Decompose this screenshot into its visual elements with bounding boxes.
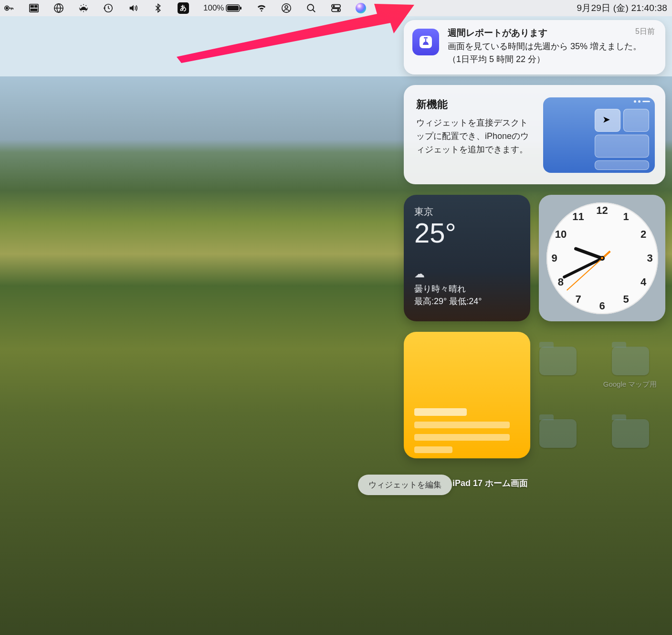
- svg-rect-5: [31, 9, 38, 11]
- bluetooth-icon[interactable]: [153, 3, 163, 13]
- timemachine-icon[interactable]: [103, 3, 114, 13]
- notification-timestamp: 5日前: [635, 27, 655, 37]
- clock-numeral: 5: [623, 293, 629, 306]
- svg-rect-4: [34, 5, 37, 8]
- svg-rect-11: [240, 7, 242, 10]
- volume-icon[interactable]: [128, 3, 138, 13]
- svg-point-13: [285, 6, 288, 9]
- svg-point-1: [6, 7, 8, 9]
- note-line: [414, 422, 510, 428]
- weather-city: 東京: [414, 205, 520, 218]
- ipad-home-label: iPad 17 ホーム画面: [452, 477, 528, 489]
- notification-body: 画面を見ている時間は先週から 35% 増えました。（1日平均 5 時間 22 分…: [448, 40, 655, 66]
- clock-numeral: 10: [555, 228, 567, 241]
- svg-point-14: [308, 4, 314, 11]
- clock-numeral: 3: [647, 252, 652, 265]
- desktop-folder[interactable]: [539, 347, 577, 375]
- clock-numeral: 8: [558, 276, 564, 288]
- desktop-folder-label: Google マップ用: [597, 380, 663, 389]
- screentime-icon: [412, 29, 439, 55]
- weather-temp: 25°: [414, 219, 520, 247]
- notes-widget[interactable]: [404, 332, 530, 458]
- clock-numeral: 9: [551, 252, 557, 265]
- tip-illustration: ➤: [543, 97, 655, 173]
- svg-rect-21: [425, 39, 426, 42]
- weather-hilo: 最高:29° 最低:24°: [414, 296, 520, 307]
- desktop-folder[interactable]: [612, 347, 649, 375]
- clock-widget[interactable]: 123456789101112: [539, 195, 665, 321]
- clock-numeral: 7: [575, 293, 581, 306]
- note-line: [414, 446, 452, 453]
- clock-face: 123456789101112: [546, 202, 658, 314]
- svg-rect-10: [227, 6, 239, 11]
- ime-indicator[interactable]: あ: [178, 2, 189, 14]
- window-tile-icon[interactable]: [29, 3, 39, 13]
- spotlight-icon[interactable]: [306, 3, 316, 13]
- notification-title: 週間レポートがあります: [448, 27, 655, 38]
- tip-body: ウィジェットを直接デスクトップに配置でき、iPhoneのウィジェットを追加できま…: [416, 116, 535, 157]
- desktop-folder[interactable]: [539, 419, 577, 448]
- clock-numeral: 1: [623, 211, 629, 223]
- cursor-icon: ➤: [602, 114, 610, 125]
- svg-rect-7: [80, 9, 87, 10]
- weather-condition: 曇り時々晴れ: [414, 283, 520, 295]
- desktop-folder[interactable]: [612, 419, 649, 448]
- edit-widgets-button[interactable]: ウィジェットを編集: [358, 475, 452, 495]
- menubar: あ 100% 9月29日 (金) 21:40:38: [0, 0, 672, 16]
- clock-numeral: 12: [596, 204, 608, 217]
- siri-icon[interactable]: [356, 3, 366, 13]
- tip-heading: 新機能: [416, 97, 535, 112]
- note-line: [414, 408, 467, 416]
- tip-new-features[interactable]: 新機能 ウィジェットを直接デスクトップに配置でき、iPhoneのウィジェットを追…: [404, 85, 665, 184]
- brightness-icon[interactable]: [78, 3, 89, 13]
- svg-rect-22: [424, 37, 428, 39]
- weather-widget[interactable]: 東京 25° ☁︎ 曇り時々晴れ 最高:29° 最低:24°: [404, 195, 530, 321]
- notification-center: 週間レポートがあります 画面を見ている時間は先週から 35% 増えました。（1日…: [404, 20, 665, 458]
- note-line: [414, 434, 510, 441]
- cloud-icon: ☁︎: [414, 268, 520, 280]
- menubar-datetime[interactable]: 9月29日 (金) 21:40:38: [577, 2, 667, 14]
- clock-numeral: 2: [640, 228, 646, 241]
- battery-percent: 100%: [203, 3, 224, 13]
- user-icon[interactable]: [281, 3, 292, 13]
- clock-numeral: 6: [599, 300, 605, 312]
- svg-point-16: [333, 5, 335, 7]
- control-center-icon[interactable]: [331, 3, 341, 13]
- battery-indicator[interactable]: 100%: [203, 3, 242, 13]
- vpn-icon[interactable]: [4, 3, 14, 13]
- wifi-icon[interactable]: [256, 3, 267, 13]
- svg-rect-3: [31, 5, 34, 8]
- clock-numeral: 4: [640, 276, 646, 288]
- svg-point-18: [337, 9, 339, 11]
- clock-numeral: 11: [572, 211, 584, 223]
- screentime-notification[interactable]: 週間レポートがあります 画面を見ている時間は先週から 35% 増えました。（1日…: [404, 20, 665, 74]
- safari-icon[interactable]: [53, 3, 64, 13]
